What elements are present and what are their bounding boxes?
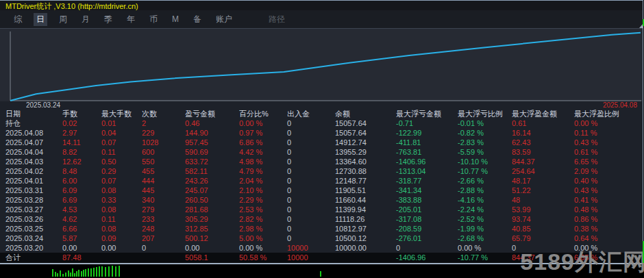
cell: 0.11 <box>101 147 142 157</box>
cell: 2025.04.07 <box>5 138 62 147</box>
cell: 0.61 <box>512 118 574 128</box>
cell: 0.43 % <box>574 138 643 147</box>
cell: 11660.44 <box>335 195 396 205</box>
cell: 0 <box>287 195 335 205</box>
cell: -5.59 % <box>458 147 512 157</box>
table-header-row: 日期手数最大手数次数盈亏金额百分比%出入金余额最大浮亏金额最大浮亏比例最大浮盈金… <box>0 109 643 118</box>
table-row-6: 2025.04.016.000.07444243.262.04 %012148.… <box>0 176 643 186</box>
cell: 582.11 <box>185 166 239 176</box>
cell: -0.71 <box>396 118 458 128</box>
candle <box>62 274 64 277</box>
menu-item-3[interactable]: 月 <box>79 13 92 26</box>
cell: 254.64 <box>512 166 574 176</box>
cell: -205.01 <box>396 205 458 214</box>
cell: 0.11 <box>101 214 142 224</box>
cell: 0.11 % <box>574 128 643 138</box>
menu-item-path[interactable]: 路径 <box>269 14 285 25</box>
cell: 0 <box>287 205 335 214</box>
cell: 633.72 <box>185 157 239 166</box>
cell: 2.97 <box>62 128 101 138</box>
cell: 2025.03.25 <box>5 224 62 233</box>
candle <box>320 271 321 277</box>
menu-item-6[interactable]: 币 <box>147 13 160 26</box>
cell: 48 <box>512 195 574 205</box>
cell: 6.69 <box>62 195 101 205</box>
cell: 12730.88 <box>335 166 396 176</box>
cell: 6.65 % <box>574 157 643 166</box>
cell: 260.50 <box>185 195 239 205</box>
cell: -763.81 <box>396 147 458 157</box>
table-row-12: 2025.03.245.870.09207500.125.00 %010500.… <box>0 233 643 243</box>
cell: 14.11 <box>62 138 101 147</box>
menu-item-5[interactable]: 年 <box>124 13 138 26</box>
candle <box>57 273 58 277</box>
column-header-5: 百分比% <box>239 109 287 118</box>
cell: 2 <box>142 118 185 128</box>
cell: 11118.26 <box>335 214 396 224</box>
cell: 16.14 <box>512 128 574 138</box>
menu-item-9[interactable]: 账户 <box>213 13 235 26</box>
cell: -383.88 <box>396 195 458 205</box>
cell: 2.04 % <box>239 176 287 186</box>
table-row-2: 2025.04.0714.110.071028957.456.86 %01491… <box>0 138 643 147</box>
menu-item-4[interactable]: 季 <box>101 13 115 26</box>
cell: 0 <box>287 157 335 166</box>
cell: 2.98 % <box>239 224 287 233</box>
cell: 0.00 % <box>458 243 512 253</box>
cell: 0.64 % <box>574 233 643 243</box>
balance-line-chart <box>0 29 643 101</box>
candle <box>78 270 79 277</box>
menu-item-1[interactable]: 日 <box>34 13 47 26</box>
menu-item-2[interactable]: 周 <box>56 13 70 26</box>
cell: 600 <box>142 147 185 157</box>
cell: 0 <box>287 224 335 233</box>
column-header-10: 最大浮盈金额 <box>512 109 574 118</box>
cell: 0.48 % <box>574 205 643 214</box>
menu-item-8[interactable]: 备 <box>190 13 204 26</box>
cell: -2.83 % <box>458 138 512 147</box>
cell <box>142 253 185 263</box>
candle <box>88 268 89 277</box>
x-axis-label-end: 2025.04.08 <box>603 101 637 109</box>
cell: 10000 <box>287 243 335 253</box>
stats-table: 日期手数最大手数次数盈亏金额百分比%出入金余额最大浮亏金额最大浮亏比例最大浮盈金… <box>0 109 643 263</box>
table-body: 持仓0.020.0120.460.00 %015057.64-0.71-0.01… <box>0 118 643 263</box>
cell: 48.17 <box>512 176 574 186</box>
cell: -10.10 % <box>458 157 512 166</box>
candle <box>83 270 84 277</box>
cell: 2025.04.01 <box>5 176 62 186</box>
cell: -2.24 % <box>458 205 512 214</box>
cell: 207 <box>142 233 185 243</box>
cell: 12.62 <box>62 157 101 166</box>
candle <box>55 272 56 277</box>
cell: 13364.60 <box>335 157 396 166</box>
menu-item-0[interactable]: 综 <box>11 13 25 26</box>
cell: 590.69 <box>185 147 239 157</box>
candle <box>99 266 100 277</box>
cell: 62.43 <box>512 138 574 147</box>
cell: 0.07 <box>101 138 142 147</box>
cell: 6.66 <box>62 224 101 233</box>
cell: 144.90 <box>185 128 239 138</box>
cell: 0.00 <box>101 243 142 253</box>
candle <box>85 269 86 277</box>
cell <box>101 253 142 263</box>
cell: 83.59 <box>512 147 574 157</box>
cell: 2025.03.27 <box>5 205 62 214</box>
cell: 40.85 <box>512 224 574 233</box>
cell: -411.81 <box>396 138 458 147</box>
cell: 合计 <box>5 253 62 263</box>
cell: -2.66 % <box>458 176 512 186</box>
cell: 51.22 <box>512 186 574 195</box>
column-header-6: 出入金 <box>287 109 335 118</box>
table-row-9: 2025.03.274.530.08279281.682.53 %011399.… <box>0 205 643 214</box>
menu-item-7[interactable]: M <box>169 14 182 25</box>
candle <box>70 273 71 277</box>
cell: 65.79 <box>512 233 574 243</box>
cell: 0.86 % <box>574 214 643 224</box>
menu-bar: 综日周月季年币M备账户路径 <box>0 10 643 28</box>
mtdriver-stats-window: MTDriver统计 ,V3.10 (http://mtdriver.cn) 综… <box>0 0 644 278</box>
candle <box>119 266 120 277</box>
cell: 10000 <box>287 253 335 263</box>
column-header-7: 余额 <box>335 109 396 118</box>
